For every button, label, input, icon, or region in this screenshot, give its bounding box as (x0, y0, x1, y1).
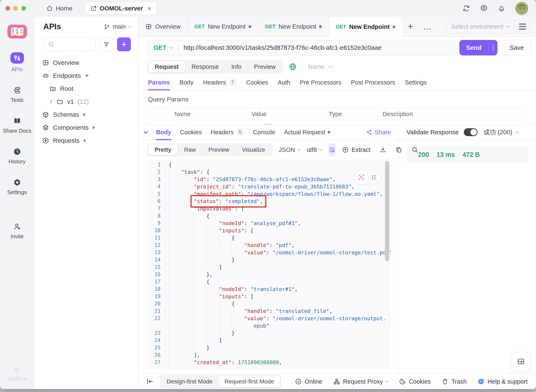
view-tab-info[interactable]: Info (225, 61, 248, 73)
home-tab[interactable]: Home (46, 5, 72, 12)
viewer-mode-pretty[interactable]: Pretty (148, 144, 178, 155)
view-tab-response[interactable]: Response (185, 61, 225, 73)
sidebar-item-apis[interactable]: APIs (3, 52, 31, 73)
footer-item-request-proxy[interactable]: Request Proxy (333, 378, 388, 385)
validate-response-toggle[interactable] (464, 128, 478, 136)
request-tab-cookies[interactable]: Cookies (246, 75, 268, 90)
request-tab-pre-processors[interactable]: Pre Processors (300, 75, 341, 90)
maximize-window-button[interactable] (21, 6, 26, 11)
chevron-right-icon[interactable] (49, 100, 52, 103)
json-string: "/oomol-driver/oomol-storage/output. (273, 315, 386, 322)
send-button[interactable]: Send (459, 40, 497, 56)
validate-case-select[interactable]: 成功 (200) (484, 128, 518, 137)
user-avatar[interactable] (515, 2, 528, 15)
sidebar-item-tests[interactable]: Tests (3, 86, 31, 103)
request-tab-auth[interactable]: Auth (278, 75, 290, 90)
response-tab-cookies[interactable]: Cookies (180, 125, 202, 140)
project-tab[interactable]: OOMOL-server × (85, 2, 157, 14)
scan-focus-icon[interactable] (355, 174, 367, 181)
close-tab-icon[interactable]: × (147, 5, 151, 12)
mode-request-first[interactable]: Request-first Mode (218, 376, 280, 387)
settings-gear-icon[interactable] (480, 5, 488, 12)
new-tab-button[interactable]: + (402, 17, 419, 36)
line-content: } (165, 256, 391, 264)
tree-item-overview[interactable]: Overview (34, 56, 138, 69)
tree-item-schemas[interactable]: Schemas (34, 108, 138, 121)
viewer-mode-visualize[interactable]: Visualize (236, 144, 271, 155)
diff-outline-icon[interactable] (368, 174, 380, 181)
filter-button[interactable] (100, 37, 113, 51)
sidebar-item-share-docs[interactable]: Share Docs (3, 117, 31, 134)
requests-icon (42, 137, 49, 144)
request-tab-body[interactable]: Body (180, 75, 194, 90)
viewer-mode-raw[interactable]: Raw (178, 144, 202, 155)
tree-item-root[interactable]: Root (34, 82, 138, 95)
endpoint-tab-0[interactable]: Overview (138, 17, 188, 36)
collapse-response-icon[interactable] (144, 130, 148, 134)
footer-item-help-support[interactable]: Help & support (478, 378, 528, 385)
close-window-button[interactable] (5, 6, 10, 11)
url-input-box[interactable]: GET http://localhost:3000/v1/tasks/25d87… (147, 40, 455, 56)
endpoint-tab-3[interactable]: GETNew Endpoint (329, 17, 402, 37)
endpoint-tab-1[interactable]: GETNew Endpoint (188, 17, 258, 36)
caret-right-icon[interactable] (93, 126, 95, 130)
menu-hamburger-icon[interactable] (515, 24, 530, 29)
view-tab-preview[interactable]: Preview (248, 61, 282, 73)
caret-right-icon[interactable] (84, 139, 86, 142)
url-input[interactable]: http://localhost:3000/v1/tasks/25d87873-… (179, 44, 382, 51)
minimize-window-button[interactable] (13, 6, 18, 11)
encoding-select[interactable]: utf8 (307, 146, 322, 153)
json-punct: : (206, 176, 213, 182)
extract-button[interactable]: Extract (342, 146, 370, 153)
sidebar-item-invite[interactable]: Invite (3, 222, 31, 240)
response-tab-headers[interactable]: Headers5 (211, 125, 244, 140)
view-tab-request[interactable]: Request (148, 61, 185, 73)
sidebar-item-history[interactable]: History (3, 147, 31, 165)
response-tab-body[interactable]: Body (156, 125, 171, 140)
layout-toggle-button[interactable] (511, 352, 531, 371)
code-scrollbar[interactable] (385, 161, 389, 261)
endpoint-name-field[interactable]: Name (308, 63, 334, 70)
endpoint-tab-2[interactable]: GETNew Endpoint (258, 17, 329, 36)
tree-item-v1[interactable]: v1(12) (34, 95, 138, 108)
search-input[interactable] (43, 37, 96, 51)
format-select[interactable]: JSON (279, 146, 300, 153)
mode-design-first[interactable]: Design-first Mode (161, 376, 218, 387)
caret-right-icon[interactable] (83, 113, 86, 117)
response-json-viewer[interactable]: 1{2 "task": {3 "id": "25d87873-f76c-46cb… (147, 159, 391, 369)
tree-item-requests[interactable]: Requests (34, 134, 138, 147)
save-button[interactable]: Save (502, 40, 531, 56)
viewer-mode-preview[interactable]: Preview (202, 144, 236, 155)
sidebar-item-settings[interactable]: Settings (3, 178, 31, 196)
send-options-chevron[interactable] (489, 44, 498, 51)
method-select[interactable]: GET (148, 44, 178, 51)
response-tab-label: Cookies (180, 129, 202, 136)
environment-select[interactable]: Select environment (446, 23, 515, 30)
filter-funnel-icon (103, 41, 109, 47)
request-tab-settings[interactable]: Settings (405, 75, 427, 90)
footer-item-trash[interactable]: Trash (441, 378, 467, 385)
tree-item-endpoints[interactable]: Endpoints (34, 69, 138, 82)
download-icon[interactable] (379, 146, 387, 153)
branch-selector[interactable]: main (104, 23, 131, 30)
request-tab-post-processors[interactable]: Post Processors (351, 75, 395, 90)
tree-item-components[interactable]: Components (34, 121, 138, 134)
add-endpoint-button[interactable]: + (117, 37, 131, 51)
window-controls[interactable] (5, 6, 26, 11)
request-tab-params[interactable]: Params (148, 75, 170, 90)
share-button[interactable]: Share (366, 129, 391, 136)
caret-down-icon[interactable] (85, 75, 89, 77)
collapse-sidebar-icon[interactable] (146, 378, 154, 386)
footer-item-online[interactable]: Online (295, 378, 322, 385)
search-body-icon[interactable] (411, 146, 418, 153)
workspace-logo[interactable] (7, 25, 27, 38)
response-tab-actual-request[interactable]: Actual Request (284, 125, 330, 140)
copy-icon[interactable] (395, 146, 403, 153)
more-tabs-icon[interactable]: … (419, 17, 436, 36)
refresh-icon[interactable] (462, 5, 470, 12)
response-tab-console[interactable]: Console (253, 125, 275, 140)
notifications-bell-icon[interactable] (498, 5, 505, 12)
request-tab-headers[interactable]: Headers7 (203, 75, 237, 90)
word-wrap-toggle[interactable] (328, 143, 336, 156)
footer-item-cookies[interactable]: Cookies (399, 378, 431, 385)
